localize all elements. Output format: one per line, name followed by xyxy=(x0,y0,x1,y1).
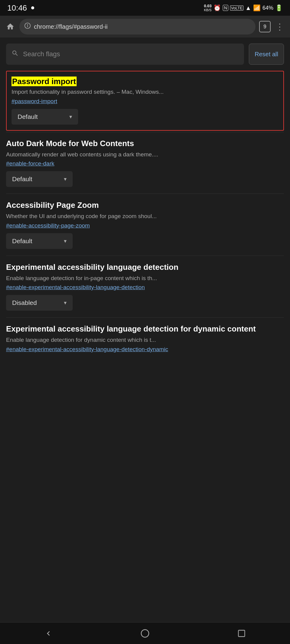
home-icon[interactable] xyxy=(5,21,16,32)
home-nav-button[interactable] xyxy=(133,626,157,641)
status-right: 0.03 KB/S ⏰ N VoLTE ▲ 📶 64% 🔋 xyxy=(204,4,283,12)
dropdown-value: Default xyxy=(12,175,32,183)
recents-button[interactable] xyxy=(229,626,254,641)
battery-icon: 🔋 xyxy=(275,4,283,11)
flag-list: Password import Import functionality in … xyxy=(0,71,290,369)
dropdown-value: Default xyxy=(12,237,32,245)
flag-item-accessibility-zoom: Accessibility Page Zoom Whether the UI a… xyxy=(6,194,284,256)
dropdown-value: Disabled xyxy=(12,299,37,306)
search-icon xyxy=(12,50,19,59)
battery-percentage: 64% xyxy=(262,5,273,11)
flag-item-password-import: Password import Import functionality in … xyxy=(6,71,284,131)
flag-title: Auto Dark Mode for Web Contents xyxy=(6,139,284,148)
search-placeholder: Search flags xyxy=(23,50,60,58)
svg-point-3 xyxy=(141,629,149,637)
flag-description: Automatically render all web contents us… xyxy=(6,151,284,159)
status-time: 10:46 xyxy=(7,3,27,13)
flag-title: Accessibility Page Zoom xyxy=(6,201,284,210)
bottom-nav xyxy=(0,622,290,644)
status-bar: 10:46 0.03 KB/S ⏰ N VoLTE ▲ 📶 64% 🔋 xyxy=(0,0,290,16)
flag-description: Enable language detection for in-page co… xyxy=(6,274,284,283)
dropdown-arrow-icon: ▾ xyxy=(69,113,72,120)
wifi-icon: ▲ xyxy=(245,5,251,11)
nfc-icon: N xyxy=(223,5,228,11)
flag-dropdown-password-import[interactable]: Default ▾ xyxy=(12,109,78,125)
status-left: 10:46 xyxy=(7,3,37,13)
status-kbs: 0.03 KB/S xyxy=(204,4,212,12)
flag-anchor-lang-detection[interactable]: #enable-experimental-accessibility-langu… xyxy=(6,284,145,291)
search-box[interactable]: Search flags xyxy=(6,44,244,65)
dropdown-arrow-icon: ▾ xyxy=(64,176,67,182)
flag-title: Experimental accessibility language dete… xyxy=(6,324,284,334)
flag-dropdown-accessibility-zoom[interactable]: Default ▾ xyxy=(6,233,73,249)
flag-title: Experimental accessibility language dete… xyxy=(6,263,284,272)
browser-bar: chrome://flags/#password-ii 9 ⋮ xyxy=(0,16,290,38)
flag-item-lang-detection-dynamic: Experimental accessibility language dete… xyxy=(6,318,284,369)
flag-anchor-accessibility-page-zoom[interactable]: #enable-accessibility-page-zoom xyxy=(6,222,90,229)
alarm-icon: ⏰ xyxy=(213,4,221,11)
url-text: chrome://flags/#password-ii xyxy=(34,23,251,30)
svg-rect-4 xyxy=(239,630,245,636)
flag-title-highlighted: Password import xyxy=(12,77,278,86)
flag-description: Whether the UI and underlying code for p… xyxy=(6,212,284,221)
back-button[interactable] xyxy=(36,626,61,641)
flag-anchor-force-dark[interactable]: #enable-force-dark xyxy=(6,160,54,167)
flag-anchor-lang-detection-dynamic[interactable]: #enable-experimental-accessibility-langu… xyxy=(6,346,168,353)
info-icon xyxy=(24,22,31,31)
dropdown-value: Default xyxy=(18,113,38,120)
flag-item-auto-dark-mode: Auto Dark Mode for Web Contents Automati… xyxy=(6,132,284,194)
tab-count[interactable]: 9 xyxy=(259,21,271,32)
signal-icon: 📶 xyxy=(253,4,261,11)
dropdown-arrow-icon: ▾ xyxy=(64,238,67,244)
flag-item-lang-detection: Experimental accessibility language dete… xyxy=(6,256,284,318)
flags-content: Search flags Reset all Password import I… xyxy=(0,38,290,622)
menu-dots-icon[interactable]: ⋮ xyxy=(274,22,285,32)
reset-all-button[interactable]: Reset all xyxy=(249,44,284,65)
search-area: Search flags Reset all xyxy=(0,38,290,71)
volte-icon: VoLTE xyxy=(230,5,243,11)
flag-description: Enable language detection for dynamic co… xyxy=(6,336,284,344)
flag-dropdown-auto-dark[interactable]: Default ▾ xyxy=(6,171,73,187)
flag-description: Import functionality in password setting… xyxy=(12,88,278,96)
flag-dropdown-lang-detection[interactable]: Disabled ▾ xyxy=(6,295,73,311)
flag-anchor-password-import[interactable]: #password-import xyxy=(12,98,57,105)
dropdown-arrow-icon: ▾ xyxy=(64,299,67,306)
status-dot xyxy=(31,6,34,9)
address-bar[interactable]: chrome://flags/#password-ii xyxy=(19,19,255,34)
